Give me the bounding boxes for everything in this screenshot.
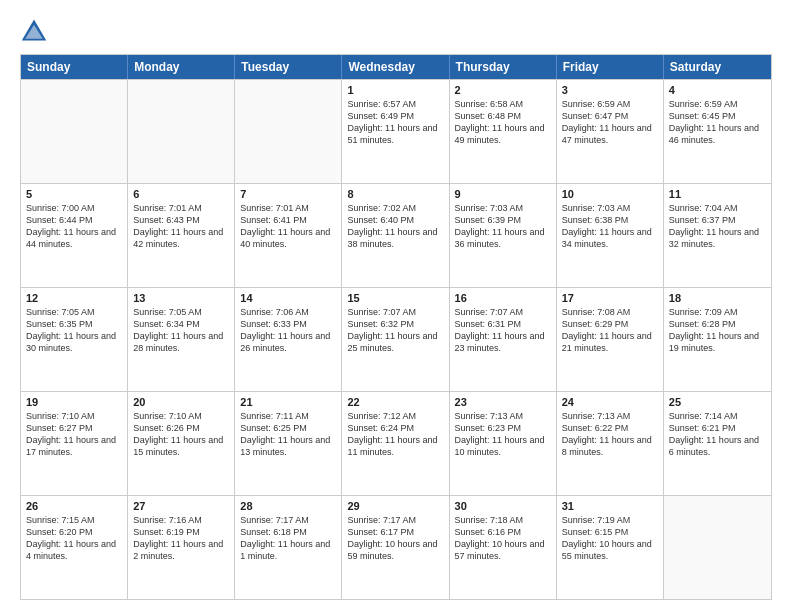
cell-daylight-info: Sunrise: 7:12 AM Sunset: 6:24 PM Dayligh… [347, 410, 443, 459]
cell-daylight-info: Sunrise: 7:11 AM Sunset: 6:25 PM Dayligh… [240, 410, 336, 459]
cell-daylight-info: Sunrise: 7:15 AM Sunset: 6:20 PM Dayligh… [26, 514, 122, 563]
header-day-friday: Friday [557, 55, 664, 79]
day-number: 4 [669, 84, 766, 96]
calendar-cell-20: 20Sunrise: 7:10 AM Sunset: 6:26 PM Dayli… [128, 392, 235, 495]
calendar-cell-19: 19Sunrise: 7:10 AM Sunset: 6:27 PM Dayli… [21, 392, 128, 495]
cell-daylight-info: Sunrise: 7:13 AM Sunset: 6:22 PM Dayligh… [562, 410, 658, 459]
cell-daylight-info: Sunrise: 7:01 AM Sunset: 6:41 PM Dayligh… [240, 202, 336, 251]
calendar: SundayMondayTuesdayWednesdayThursdayFrid… [20, 54, 772, 600]
cell-daylight-info: Sunrise: 7:17 AM Sunset: 6:18 PM Dayligh… [240, 514, 336, 563]
calendar-cell-empty-0-1 [128, 80, 235, 183]
calendar-cell-3: 3Sunrise: 6:59 AM Sunset: 6:47 PM Daylig… [557, 80, 664, 183]
calendar-cell-empty-4-6 [664, 496, 771, 599]
cell-daylight-info: Sunrise: 7:03 AM Sunset: 6:39 PM Dayligh… [455, 202, 551, 251]
cell-daylight-info: Sunrise: 7:00 AM Sunset: 6:44 PM Dayligh… [26, 202, 122, 251]
calendar-header: SundayMondayTuesdayWednesdayThursdayFrid… [21, 55, 771, 79]
day-number: 26 [26, 500, 122, 512]
cell-daylight-info: Sunrise: 7:01 AM Sunset: 6:43 PM Dayligh… [133, 202, 229, 251]
cell-daylight-info: Sunrise: 7:05 AM Sunset: 6:34 PM Dayligh… [133, 306, 229, 355]
day-number: 17 [562, 292, 658, 304]
cell-daylight-info: Sunrise: 7:18 AM Sunset: 6:16 PM Dayligh… [455, 514, 551, 563]
day-number: 6 [133, 188, 229, 200]
calendar-cell-6: 6Sunrise: 7:01 AM Sunset: 6:43 PM Daylig… [128, 184, 235, 287]
cell-daylight-info: Sunrise: 7:05 AM Sunset: 6:35 PM Dayligh… [26, 306, 122, 355]
day-number: 7 [240, 188, 336, 200]
calendar-cell-24: 24Sunrise: 7:13 AM Sunset: 6:22 PM Dayli… [557, 392, 664, 495]
cell-daylight-info: Sunrise: 7:09 AM Sunset: 6:28 PM Dayligh… [669, 306, 766, 355]
calendar-row-2: 12Sunrise: 7:05 AM Sunset: 6:35 PM Dayli… [21, 287, 771, 391]
cell-daylight-info: Sunrise: 7:07 AM Sunset: 6:31 PM Dayligh… [455, 306, 551, 355]
cell-daylight-info: Sunrise: 7:03 AM Sunset: 6:38 PM Dayligh… [562, 202, 658, 251]
calendar-row-1: 5Sunrise: 7:00 AM Sunset: 6:44 PM Daylig… [21, 183, 771, 287]
calendar-cell-8: 8Sunrise: 7:02 AM Sunset: 6:40 PM Daylig… [342, 184, 449, 287]
day-number: 3 [562, 84, 658, 96]
cell-daylight-info: Sunrise: 7:10 AM Sunset: 6:26 PM Dayligh… [133, 410, 229, 459]
calendar-row-3: 19Sunrise: 7:10 AM Sunset: 6:27 PM Dayli… [21, 391, 771, 495]
calendar-row-0: 1Sunrise: 6:57 AM Sunset: 6:49 PM Daylig… [21, 79, 771, 183]
day-number: 9 [455, 188, 551, 200]
day-number: 5 [26, 188, 122, 200]
calendar-cell-12: 12Sunrise: 7:05 AM Sunset: 6:35 PM Dayli… [21, 288, 128, 391]
cell-daylight-info: Sunrise: 7:16 AM Sunset: 6:19 PM Dayligh… [133, 514, 229, 563]
day-number: 30 [455, 500, 551, 512]
header-day-monday: Monday [128, 55, 235, 79]
cell-daylight-info: Sunrise: 7:02 AM Sunset: 6:40 PM Dayligh… [347, 202, 443, 251]
calendar-cell-13: 13Sunrise: 7:05 AM Sunset: 6:34 PM Dayli… [128, 288, 235, 391]
calendar-cell-29: 29Sunrise: 7:17 AM Sunset: 6:17 PM Dayli… [342, 496, 449, 599]
day-number: 25 [669, 396, 766, 408]
day-number: 20 [133, 396, 229, 408]
cell-daylight-info: Sunrise: 7:17 AM Sunset: 6:17 PM Dayligh… [347, 514, 443, 563]
day-number: 18 [669, 292, 766, 304]
day-number: 15 [347, 292, 443, 304]
day-number: 14 [240, 292, 336, 304]
calendar-cell-23: 23Sunrise: 7:13 AM Sunset: 6:23 PM Dayli… [450, 392, 557, 495]
day-number: 24 [562, 396, 658, 408]
cell-daylight-info: Sunrise: 7:14 AM Sunset: 6:21 PM Dayligh… [669, 410, 766, 459]
calendar-cell-22: 22Sunrise: 7:12 AM Sunset: 6:24 PM Dayli… [342, 392, 449, 495]
day-number: 10 [562, 188, 658, 200]
day-number: 1 [347, 84, 443, 96]
header-day-wednesday: Wednesday [342, 55, 449, 79]
header-day-tuesday: Tuesday [235, 55, 342, 79]
calendar-cell-25: 25Sunrise: 7:14 AM Sunset: 6:21 PM Dayli… [664, 392, 771, 495]
logo-icon [20, 16, 48, 44]
day-number: 21 [240, 396, 336, 408]
cell-daylight-info: Sunrise: 6:59 AM Sunset: 6:45 PM Dayligh… [669, 98, 766, 147]
cell-daylight-info: Sunrise: 7:19 AM Sunset: 6:15 PM Dayligh… [562, 514, 658, 563]
day-number: 29 [347, 500, 443, 512]
day-number: 2 [455, 84, 551, 96]
calendar-cell-15: 15Sunrise: 7:07 AM Sunset: 6:32 PM Dayli… [342, 288, 449, 391]
calendar-cell-empty-0-2 [235, 80, 342, 183]
calendar-cell-empty-0-0 [21, 80, 128, 183]
cell-daylight-info: Sunrise: 7:10 AM Sunset: 6:27 PM Dayligh… [26, 410, 122, 459]
day-number: 19 [26, 396, 122, 408]
calendar-row-4: 26Sunrise: 7:15 AM Sunset: 6:20 PM Dayli… [21, 495, 771, 599]
calendar-cell-11: 11Sunrise: 7:04 AM Sunset: 6:37 PM Dayli… [664, 184, 771, 287]
logo [20, 16, 52, 44]
day-number: 22 [347, 396, 443, 408]
header [20, 16, 772, 44]
header-day-sunday: Sunday [21, 55, 128, 79]
day-number: 13 [133, 292, 229, 304]
calendar-cell-17: 17Sunrise: 7:08 AM Sunset: 6:29 PM Dayli… [557, 288, 664, 391]
calendar-cell-10: 10Sunrise: 7:03 AM Sunset: 6:38 PM Dayli… [557, 184, 664, 287]
day-number: 27 [133, 500, 229, 512]
calendar-cell-30: 30Sunrise: 7:18 AM Sunset: 6:16 PM Dayli… [450, 496, 557, 599]
day-number: 28 [240, 500, 336, 512]
page: SundayMondayTuesdayWednesdayThursdayFrid… [0, 0, 792, 612]
cell-daylight-info: Sunrise: 7:07 AM Sunset: 6:32 PM Dayligh… [347, 306, 443, 355]
calendar-cell-26: 26Sunrise: 7:15 AM Sunset: 6:20 PM Dayli… [21, 496, 128, 599]
calendar-cell-18: 18Sunrise: 7:09 AM Sunset: 6:28 PM Dayli… [664, 288, 771, 391]
calendar-cell-2: 2Sunrise: 6:58 AM Sunset: 6:48 PM Daylig… [450, 80, 557, 183]
cell-daylight-info: Sunrise: 6:59 AM Sunset: 6:47 PM Dayligh… [562, 98, 658, 147]
cell-daylight-info: Sunrise: 6:57 AM Sunset: 6:49 PM Dayligh… [347, 98, 443, 147]
header-day-saturday: Saturday [664, 55, 771, 79]
calendar-cell-28: 28Sunrise: 7:17 AM Sunset: 6:18 PM Dayli… [235, 496, 342, 599]
day-number: 12 [26, 292, 122, 304]
calendar-cell-1: 1Sunrise: 6:57 AM Sunset: 6:49 PM Daylig… [342, 80, 449, 183]
calendar-cell-9: 9Sunrise: 7:03 AM Sunset: 6:39 PM Daylig… [450, 184, 557, 287]
cell-daylight-info: Sunrise: 6:58 AM Sunset: 6:48 PM Dayligh… [455, 98, 551, 147]
calendar-cell-21: 21Sunrise: 7:11 AM Sunset: 6:25 PM Dayli… [235, 392, 342, 495]
calendar-cell-31: 31Sunrise: 7:19 AM Sunset: 6:15 PM Dayli… [557, 496, 664, 599]
day-number: 31 [562, 500, 658, 512]
